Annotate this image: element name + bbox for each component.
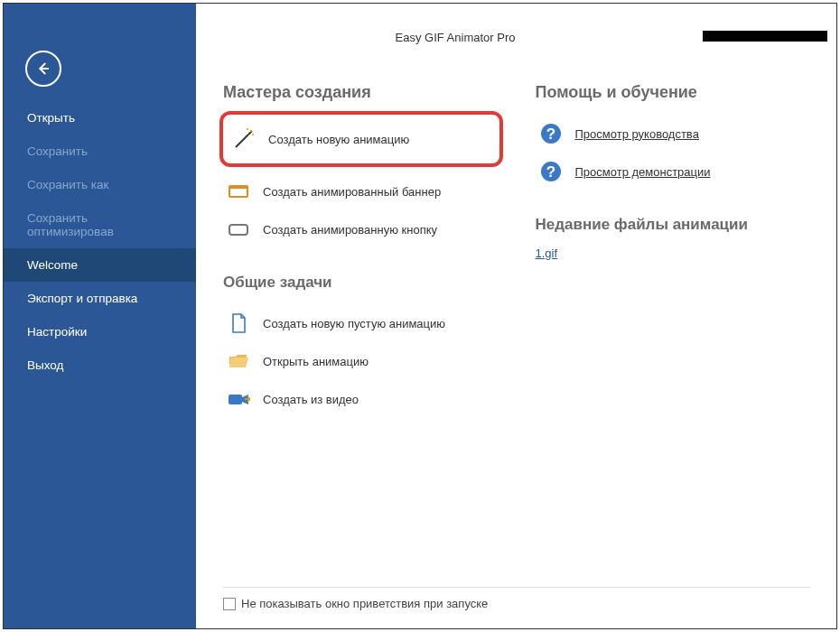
- section-wizards-title: Мастера создания: [223, 83, 499, 102]
- welcome-content: Мастера создания Создать новую анимацию …: [196, 4, 838, 628]
- help-icon: ?: [539, 160, 563, 183]
- file-icon: [227, 311, 250, 335]
- wand-icon: [232, 127, 256, 151]
- wizard-new-animation[interactable]: Создать новую анимацию: [229, 120, 494, 158]
- sidebar-item-save: Сохранить: [4, 135, 196, 168]
- footer: Не показывать окно приветствия при запус…: [223, 597, 488, 610]
- sidebar-item-settings[interactable]: Настройки: [4, 315, 196, 349]
- wizard-new-animation-label: Создать новую анимацию: [268, 133, 409, 146]
- svg-point-2: [252, 134, 254, 135]
- folder-open-icon: [227, 349, 250, 373]
- video-icon: [227, 387, 250, 411]
- svg-rect-6: [229, 395, 242, 404]
- sidebar-item-welcome[interactable]: Welcome: [4, 248, 196, 282]
- svg-rect-4: [229, 186, 247, 189]
- wizard-new-banner-label: Создать анимированный баннер: [263, 185, 441, 199]
- task-from-video[interactable]: Создать из видео: [223, 380, 499, 418]
- arrow-left-icon: [35, 60, 51, 77]
- banner-icon: [227, 180, 250, 203]
- back-button[interactable]: [25, 51, 61, 87]
- dont-show-label: Не показывать окно приветствия при запус…: [241, 597, 488, 610]
- sidebar-nav: Открыть Сохранить Сохранить как Сохранит…: [4, 101, 196, 382]
- wizard-new-banner[interactable]: Создать анимированный баннер: [223, 172, 499, 210]
- sidebar-item-save-optimized: Сохранить оптимизировав: [4, 201, 196, 248]
- button-icon: [227, 218, 250, 241]
- sidebar-item-export[interactable]: Экспорт и отправка: [4, 282, 196, 315]
- help-demo-label: Просмотр демонстрации: [575, 165, 711, 179]
- sidebar: Открыть Сохранить Сохранить как Сохранит…: [4, 4, 196, 628]
- recent-file-1[interactable]: 1.gif: [536, 246, 812, 260]
- help-guide-label: Просмотр руководства: [575, 127, 699, 141]
- dont-show-checkbox[interactable]: [223, 598, 236, 610]
- divider: [223, 587, 810, 588]
- task-open-animation[interactable]: Открыть анимацию: [223, 342, 499, 380]
- help-demo[interactable]: ? Просмотр демонстрации: [536, 153, 812, 191]
- svg-text:?: ?: [546, 163, 555, 181]
- app-window: Открыть Сохранить Сохранить как Сохранит…: [3, 3, 837, 629]
- task-new-empty-label: Создать новую пустую анимацию: [263, 317, 445, 330]
- sidebar-item-open[interactable]: Открыть: [4, 101, 196, 135]
- section-recent-title: Недавние файлы анимации: [536, 216, 812, 234]
- task-from-video-label: Создать из видео: [263, 393, 359, 406]
- wizard-new-button[interactable]: Создать анимированную кнопку: [223, 210, 499, 248]
- help-guide[interactable]: ? Просмотр руководства: [536, 115, 812, 153]
- task-new-empty[interactable]: Создать новую пустую анимацию: [223, 304, 499, 342]
- section-help-title: Помощь и обучение: [536, 83, 812, 102]
- svg-point-0: [250, 130, 252, 132]
- sidebar-item-exit[interactable]: Выход: [4, 349, 196, 382]
- wizard-new-button-label: Создать анимированную кнопку: [263, 223, 437, 237]
- section-tasks-title: Общие задачи: [223, 274, 499, 292]
- svg-rect-5: [229, 225, 247, 235]
- sidebar-item-save-as: Сохранить как: [4, 168, 196, 201]
- highlight-box: Создать новую анимацию: [219, 111, 503, 167]
- svg-text:?: ?: [546, 125, 555, 143]
- svg-point-1: [247, 128, 248, 130]
- help-icon: ?: [539, 122, 563, 145]
- task-open-animation-label: Открыть анимацию: [263, 355, 369, 368]
